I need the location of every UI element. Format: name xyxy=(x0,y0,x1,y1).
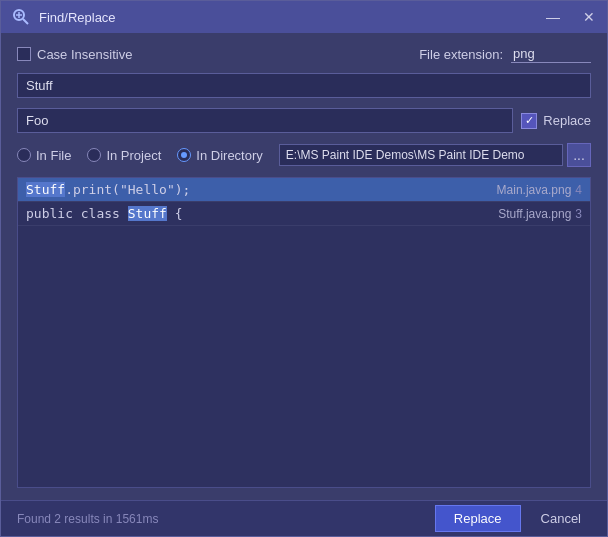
result-text: public class Stuff { xyxy=(26,206,498,221)
in-directory-radio[interactable] xyxy=(177,148,191,162)
replace-checkbox-group: ✓ Replace xyxy=(521,113,591,129)
in-file-radio-label[interactable]: In File xyxy=(17,148,71,163)
title-bar: Find/Replace — ✕ xyxy=(1,1,607,33)
browse-directory-button[interactable]: ... xyxy=(567,143,591,167)
action-buttons: Replace Cancel xyxy=(435,505,591,532)
in-file-radio[interactable] xyxy=(17,148,31,162)
result-file: Main.java.png xyxy=(497,183,572,197)
result-item[interactable]: Stuff.print("Hello");Main.java.png4 xyxy=(18,178,590,202)
svg-line-1 xyxy=(23,19,28,24)
app-icon xyxy=(11,7,31,27)
result-line: 4 xyxy=(575,183,582,197)
window-controls: — ✕ xyxy=(535,1,607,33)
status-bar: Found 2 results in 1561ms Replace Cancel xyxy=(1,500,607,536)
main-content: Case Insensitive File extension: ✓ Repla… xyxy=(1,33,607,500)
case-insensitive-label[interactable]: Case Insensitive xyxy=(17,47,132,62)
options-row: Case Insensitive File extension: xyxy=(17,45,591,63)
replace-input[interactable] xyxy=(17,108,513,133)
in-project-radio-label[interactable]: In Project xyxy=(87,148,161,163)
in-directory-radio-label[interactable]: In Directory xyxy=(177,148,262,163)
result-file: Stuff.java.png xyxy=(498,207,571,221)
find-replace-window: Find/Replace — ✕ Case Insensitive File e… xyxy=(0,0,608,537)
case-insensitive-text: Case Insensitive xyxy=(37,47,132,62)
cancel-button[interactable]: Cancel xyxy=(531,505,591,532)
file-extension-group: File extension: xyxy=(419,45,591,63)
replace-field-row: ✓ Replace xyxy=(17,108,591,133)
minimize-button[interactable]: — xyxy=(535,1,571,33)
find-field-row xyxy=(17,73,591,98)
file-extension-input[interactable] xyxy=(511,45,591,63)
case-insensitive-checkbox[interactable] xyxy=(17,47,31,61)
radio-inner-dot xyxy=(181,152,187,158)
result-text: Stuff.print("Hello"); xyxy=(26,182,497,197)
status-text: Found 2 results in 1561ms xyxy=(17,512,435,526)
result-line: 3 xyxy=(575,207,582,221)
in-file-text: In File xyxy=(36,148,71,163)
replace-checkbox[interactable]: ✓ xyxy=(521,113,537,129)
window-title: Find/Replace xyxy=(39,10,116,25)
directory-path-group: ... xyxy=(279,143,591,167)
file-extension-label: File extension: xyxy=(419,47,503,62)
find-input[interactable] xyxy=(17,73,591,98)
replace-checkbox-label: Replace xyxy=(543,113,591,128)
directory-path-input[interactable] xyxy=(279,144,563,166)
results-area: Stuff.print("Hello");Main.java.png4publi… xyxy=(17,177,591,488)
replace-button[interactable]: Replace xyxy=(435,505,521,532)
close-button[interactable]: ✕ xyxy=(571,1,607,33)
scope-row: In File In Project In Directory ... xyxy=(17,143,591,167)
in-directory-text: In Directory xyxy=(196,148,262,163)
result-item[interactable]: public class Stuff {Stuff.java.png3 xyxy=(18,202,590,226)
in-project-radio[interactable] xyxy=(87,148,101,162)
in-project-text: In Project xyxy=(106,148,161,163)
